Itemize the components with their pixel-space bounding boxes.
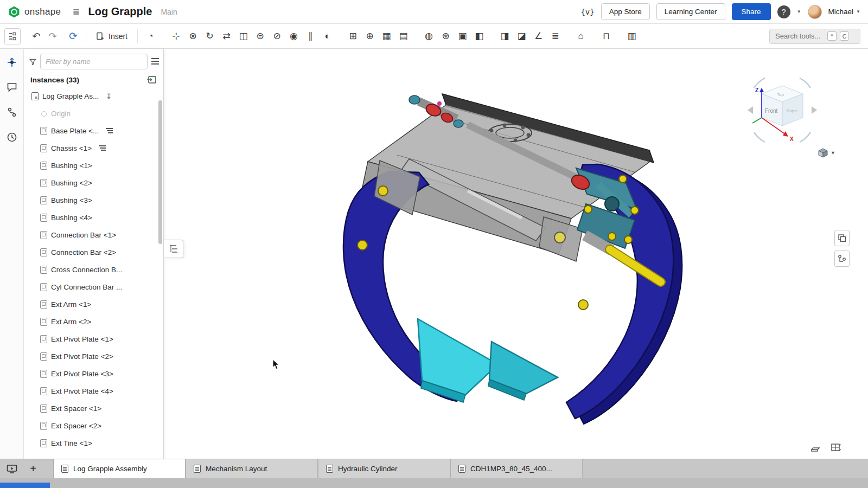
add-tab-button[interactable]: + [24, 459, 42, 478]
search-tools-box[interactable]: ^ C [769, 29, 860, 44]
versions-icon[interactable] [6, 106, 18, 118]
circular-pattern-icon[interactable]: ◍ [420, 28, 437, 44]
versions-icon[interactable]: {v} [580, 8, 594, 16]
instance-row[interactable]: Connection Bar <2> ↧ [24, 243, 163, 261]
user-menu[interactable]: Michael ▼ [828, 8, 860, 16]
instance-row[interactable]: Log Grapple As... ↧ [24, 87, 163, 105]
document-tab[interactable]: CDH1MP3_80_45_400... [450, 459, 583, 478]
pin-slot-mate-icon[interactable]: ⊘ [269, 28, 285, 44]
view-options-menu[interactable]: ▼ [818, 147, 835, 158]
part-icon [40, 214, 47, 222]
document-tab[interactable]: Hydraulic Cylinder [318, 459, 450, 478]
help-icon[interactable]: ? [777, 5, 790, 18]
mass-properties-icon[interactable]: ≣ [547, 28, 564, 44]
yellow-pin[interactable] [378, 186, 388, 196]
search-tools-input[interactable] [774, 31, 824, 41]
display-states-icon[interactable]: ◧ [471, 28, 488, 44]
yellow-pin[interactable] [358, 240, 367, 250]
redo-icon[interactable]: ↷ [44, 28, 61, 44]
instance-row[interactable]: Bushing <3> ↧ [24, 191, 163, 209]
right-panel-toggle-top[interactable] [834, 230, 850, 246]
group-icon[interactable]: ⊞ [344, 28, 361, 44]
user-avatar[interactable] [808, 5, 822, 19]
instance-row[interactable]: Ext Tine <1> ↧ [24, 434, 163, 452]
scene-settings-icon[interactable] [809, 442, 821, 453]
rotate-left-arrow[interactable] [748, 106, 753, 114]
filter-by-name-input[interactable] [40, 54, 148, 69]
view-cube[interactable]: Top Front Right Z X [744, 69, 820, 151]
instances-panel: Instances (33) Log Grapple As... ↧ Origi… [24, 49, 164, 459]
panel-collapse-handle[interactable] [164, 240, 183, 258]
insert-button[interactable]: Insert [91, 29, 133, 43]
bom-icon[interactable]: ▥ [623, 28, 640, 44]
slider-mate-icon[interactable]: ⇄ [218, 28, 235, 44]
instance-row[interactable]: Ext Spacer <2> ↧ [24, 417, 163, 434]
app-store-button[interactable]: App Store [601, 3, 650, 20]
named-views-icon[interactable]: ◨ [496, 28, 513, 44]
instance-row[interactable]: Bushing <4> ↧ [24, 209, 163, 226]
parallel-mate-icon[interactable]: ∥ [302, 28, 319, 44]
instance-row[interactable]: Ext Pivot Plate <3> ↧ [24, 365, 163, 382]
mate-connector-icon[interactable]: ⊕ [361, 28, 378, 44]
update-icon[interactable]: ⟳ [65, 28, 81, 44]
onshape-logo[interactable]: onshape [8, 5, 61, 18]
instance-row[interactable]: Ext Pivot Plate <4> ↧ [24, 382, 163, 400]
history-icon[interactable]: ◔ [142, 28, 159, 44]
instance-row[interactable]: Bushing <1> ↧ [24, 157, 163, 174]
fastened-mate-icon[interactable]: ⊗ [184, 28, 201, 44]
instance-row[interactable]: Base Plate <... ↧ [24, 122, 163, 139]
rotate-right-arrow[interactable] [812, 106, 817, 114]
mate-icon[interactable]: ⊹ [168, 28, 184, 44]
tangent-mate-icon[interactable]: ◐ [319, 28, 336, 44]
cube-front-label[interactable]: Front [765, 108, 778, 114]
instance-row[interactable]: Cyl Connection Bar ... ↧ [24, 278, 163, 296]
instance-row[interactable]: Cross Connection B... ↧ [24, 261, 163, 278]
frame-icon[interactable]: ⊓ [598, 28, 615, 44]
cylindrical-mate-icon[interactable]: ⊜ [252, 28, 269, 44]
cube-top-label[interactable]: Top [777, 92, 784, 97]
yellow-pin[interactable] [578, 300, 588, 310]
revolute-mate-icon[interactable]: ↻ [201, 28, 218, 44]
snapshot-icon[interactable]: ▣ [454, 28, 471, 44]
planar-mate-icon[interactable]: ◫ [235, 28, 252, 44]
share-button[interactable]: Share [732, 3, 771, 20]
measure-icon[interactable]: ∠ [530, 28, 547, 44]
history-panel-icon[interactable] [6, 131, 18, 143]
grid-units-icon[interactable] [830, 442, 842, 453]
sheet-metal-icon[interactable]: ⌂ [572, 28, 589, 44]
instances-panel-toggle-icon[interactable] [4, 28, 21, 44]
follow-mode-icon[interactable] [0, 459, 24, 478]
comments-icon[interactable] [6, 81, 18, 93]
instance-row[interactable]: Ext Pivot Plate <2> ↧ [24, 348, 163, 365]
document-tab[interactable]: Log Grapple Assembly [53, 459, 186, 478]
graphics-area[interactable]: Top Front Right Z X ▼ [164, 49, 868, 459]
main-menu-icon[interactable]: ≡ [73, 6, 79, 17]
mate-tools-icon[interactable] [6, 56, 18, 68]
panel-scrollbar[interactable] [158, 100, 162, 244]
cube-right-label[interactable]: Right [787, 108, 797, 113]
instance-row[interactable]: Origin ↧ [24, 105, 163, 122]
explode-icon[interactable]: ⊛ [437, 28, 454, 44]
instance-row[interactable]: Chassis <1> ↧ [24, 139, 163, 157]
instance-row[interactable]: Ext Spacer <1> ↧ [24, 400, 163, 417]
instance-label: Log Grapple As... [42, 92, 99, 100]
instance-row[interactable]: Connection Bar <1> ↧ [24, 226, 163, 243]
instance-row[interactable]: Bushing <2> ↧ [24, 174, 163, 191]
instance-row[interactable]: Ext Pivot Plate <1> ↧ [24, 330, 163, 348]
right-panel-toggle-bottom[interactable] [834, 251, 850, 267]
section-view-icon[interactable]: ◪ [513, 28, 530, 44]
undo-icon[interactable]: ↶ [28, 28, 44, 44]
part-icon [40, 318, 47, 326]
replicate-icon[interactable]: ▦ [378, 28, 395, 44]
insert-instance-icon[interactable] [146, 75, 157, 84]
ball-mate-icon[interactable]: ◉ [285, 28, 302, 44]
list-view-icon[interactable] [151, 58, 159, 66]
instance-row[interactable]: Ext Arm <2> ↧ [24, 313, 163, 330]
chassis-bolt[interactable] [554, 232, 565, 243]
learning-center-button[interactable]: Learning Center [656, 3, 725, 20]
toolbar-divider [137, 29, 138, 43]
linear-pattern-icon[interactable]: ▤ [395, 28, 412, 44]
instance-row[interactable]: Ext Arm <1> ↧ [24, 296, 163, 313]
document-tab[interactable]: Mechanism Layout [186, 459, 318, 478]
workspace-name[interactable]: Main [161, 8, 177, 16]
